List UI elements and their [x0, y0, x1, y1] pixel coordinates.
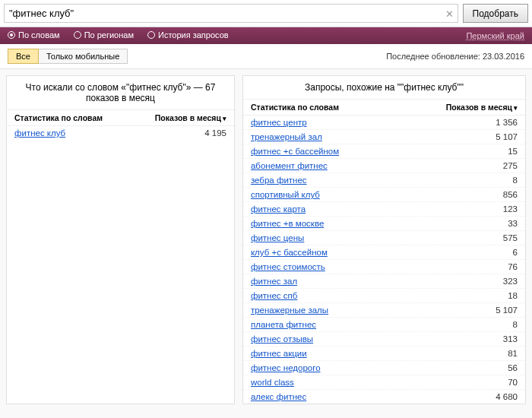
keyword-link[interactable]: тренажерный зал — [251, 132, 322, 141]
shows-value: 275 — [503, 161, 518, 170]
keyword-link[interactable]: фитнес зал — [251, 277, 297, 286]
keyword-link[interactable]: фитнес цены — [251, 233, 304, 242]
keyword-link[interactable]: тренажерные залы — [251, 306, 328, 315]
keyword-link[interactable]: фитнес акции — [251, 349, 307, 358]
tab-2[interactable]: История запросов — [147, 30, 229, 40]
keyword-link[interactable]: спортивный клуб — [251, 190, 320, 199]
table-row: тренажерный зал5 107 — [243, 130, 525, 144]
region-link[interactable]: Пермский край — [466, 31, 524, 40]
table-row: фитнес акции81 — [243, 347, 525, 361]
shows-value: 575 — [503, 233, 518, 242]
shows-value: 8 — [513, 320, 518, 329]
panel-left: Что искали со словом «"фитнес клуб"» — 6… — [6, 75, 235, 404]
shows-value: 8 — [513, 176, 518, 185]
sort-icon: ▾ — [223, 115, 226, 122]
keyword-link[interactable]: фитнес карта — [251, 204, 306, 214]
table-row: зебра фитнес8 — [243, 173, 525, 188]
col-stat: Статистика по словам — [14, 113, 103, 122]
shows-value: 5 107 — [496, 306, 518, 315]
table-row: планета фитнес8 — [243, 318, 525, 332]
shows-value: 76 — [508, 262, 518, 271]
shows-value: 33 — [508, 219, 518, 228]
search-input[interactable] — [5, 5, 458, 22]
radio-icon — [8, 31, 15, 39]
keyword-link[interactable]: фитнес отзывы — [251, 334, 313, 344]
search-bar: ✕ Подобрать — [0, 0, 532, 27]
tabs-bar: По словамПо регионамИстория запросов Пер… — [0, 27, 532, 44]
shows-value: 123 — [503, 204, 518, 214]
shows-value: 18 — [508, 291, 518, 300]
table-row: фитнес цены575 — [243, 231, 525, 245]
shows-value: 4 680 — [496, 392, 518, 401]
keyword-link[interactable]: алекс фитнес — [251, 392, 306, 401]
table-row: клуб +с бассейном6 — [243, 245, 525, 260]
keyword-link[interactable]: абонемент фитнес — [251, 161, 328, 170]
table-row: тренажерные залы5 107 — [243, 303, 525, 318]
keyword-link[interactable]: клуб +с бассейном — [251, 248, 328, 257]
table-row: фитнес клуб4 195 — [7, 126, 234, 140]
segment-mobile[interactable]: Только мобильные — [39, 49, 128, 64]
table-row: фитнес центр1 356 — [243, 116, 525, 130]
table-header: Статистика по словам Показов в месяц▾ — [7, 110, 234, 126]
keyword-link[interactable]: фитнес +в москве — [251, 219, 324, 228]
table-row: фитнес отзывы313 — [243, 332, 525, 347]
table-row: фитнес спб18 — [243, 289, 525, 303]
shows-value: 15 — [508, 147, 518, 156]
shows-value: 323 — [503, 277, 518, 286]
radio-icon — [74, 31, 81, 39]
tab-label: По регионам — [84, 30, 134, 40]
table-row: фитнес недорого56 — [243, 361, 525, 375]
keyword-link[interactable]: фитнес +с бассейном — [251, 147, 339, 156]
keyword-link[interactable]: планета фитнес — [251, 320, 316, 329]
shows-value: 313 — [503, 334, 518, 344]
table-row: фитнес карта123 — [243, 202, 525, 217]
col-shows[interactable]: Показов в месяц▾ — [155, 113, 226, 122]
tab-label: По словам — [18, 30, 60, 40]
shows-value: 856 — [503, 190, 518, 199]
search-input-wrap: ✕ — [4, 4, 458, 23]
keyword-link[interactable]: фитнес стоимость — [251, 262, 325, 271]
keyword-link[interactable]: зебра фитнес — [251, 176, 307, 185]
sort-icon: ▾ — [514, 104, 518, 112]
tab-0[interactable]: По словам — [8, 30, 60, 40]
keyword-link[interactable]: фитнес центр — [251, 118, 307, 127]
segment-all[interactable]: Все — [8, 49, 39, 64]
table-header: Статистика по словам Показов в месяц▾ — [243, 100, 525, 116]
col-stat: Статистика по словам — [251, 103, 339, 112]
radio-icon — [147, 31, 155, 39]
col-shows[interactable]: Показов в месяц▾ — [446, 103, 518, 112]
content: Что искали со словом «"фитнес клуб"» — 6… — [0, 69, 532, 410]
tab-label: История запросов — [158, 30, 229, 40]
shows-value: 1 356 — [496, 118, 518, 127]
sub-bar: Все Только мобильные Последнее обновлени… — [0, 44, 532, 69]
shows-value: 4 195 — [204, 128, 226, 138]
keyword-link[interactable]: world class — [251, 378, 294, 387]
table-row: спортивный клуб856 — [243, 188, 525, 202]
table-row: фитнес +в москве33 — [243, 217, 525, 231]
keyword-link[interactable]: фитнес клуб — [14, 128, 65, 138]
panel-right: Запросы, похожие на ""фитнес клуб"" Стат… — [242, 75, 526, 404]
table-row: world class70 — [243, 375, 525, 390]
table-row: фитнес стоимость76 — [243, 260, 525, 274]
shows-value: 81 — [508, 349, 518, 358]
shows-value: 56 — [508, 363, 518, 372]
panel-left-title: Что искали со словом «"фитнес клуб"» — 6… — [7, 76, 234, 110]
keyword-link[interactable]: фитнес недорого — [251, 363, 321, 372]
table-row: фитнес +с бассейном15 — [243, 144, 525, 159]
shows-value: 70 — [508, 378, 518, 387]
last-update: Последнее обновление: 23.03.2016 — [386, 52, 524, 61]
table-row: алекс фитнес4 680 — [243, 390, 525, 404]
panel-right-title: Запросы, похожие на ""фитнес клуб"" — [243, 76, 525, 100]
shows-value: 6 — [513, 248, 518, 257]
search-button[interactable]: Подобрать — [463, 4, 528, 23]
table-row: фитнес зал323 — [243, 274, 525, 289]
clear-icon[interactable]: ✕ — [445, 8, 454, 19]
keyword-link[interactable]: фитнес спб — [251, 291, 297, 300]
table-row: абонемент фитнес275 — [243, 159, 525, 173]
tab-1[interactable]: По регионам — [74, 30, 134, 40]
shows-value: 5 107 — [496, 132, 518, 141]
